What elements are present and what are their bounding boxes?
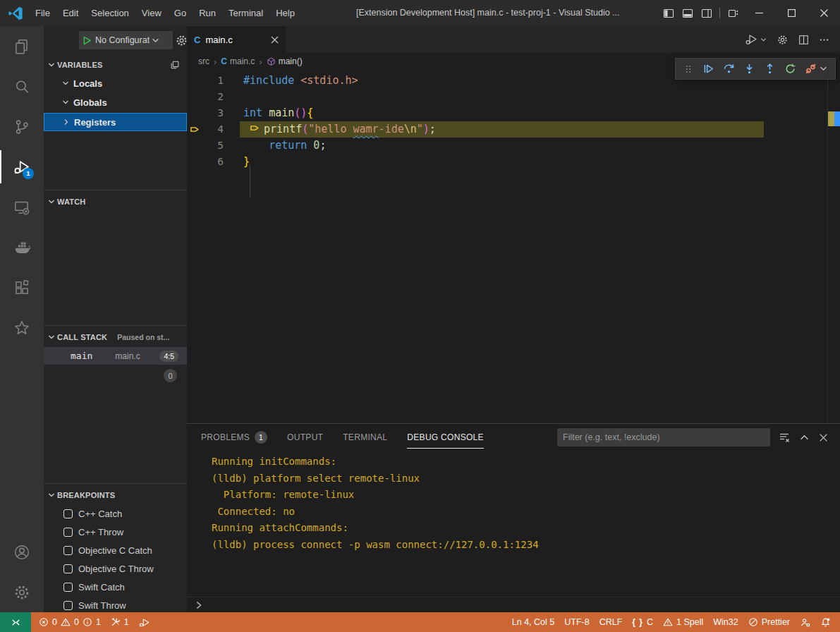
maximize-panel-icon[interactable] <box>795 433 814 442</box>
minimize-button[interactable] <box>743 0 775 26</box>
vscode-window: FileEditSelectionViewGoRunTerminalHelp [… <box>0 0 840 632</box>
menu-item[interactable]: Terminal <box>222 0 269 26</box>
code-line[interactable]: 3int main(){ <box>187 105 840 121</box>
code-line[interactable]: 6} <box>187 154 840 170</box>
breadcrumb-folder[interactable]: src <box>198 56 209 66</box>
close-panel-icon[interactable] <box>814 433 833 442</box>
spell-checker-status[interactable]: 1 Spell <box>658 612 708 632</box>
tab-problems[interactable]: PROBLEMS1 <box>201 424 267 451</box>
breakpoints-section-header[interactable]: BREAKPOINTS <box>44 488 187 502</box>
launch-config-dropdown[interactable]: No Configurat <box>79 31 173 49</box>
toggle-sidebar-icon[interactable] <box>659 0 678 26</box>
remote-indicator[interactable] <box>0 612 31 632</box>
code-line[interactable]: 5 return 0; <box>187 138 840 154</box>
watch-section-header[interactable]: WATCH <box>44 195 187 209</box>
tab-output[interactable]: OUTPUT <box>287 424 323 451</box>
breakpoint-checkbox[interactable] <box>63 528 73 537</box>
scope-registers[interactable]: Registers <box>44 113 187 131</box>
accounts-icon[interactable] <box>0 532 44 572</box>
editor-settings-gear-icon[interactable] <box>772 34 793 46</box>
stack-frame-row[interactable]: main main.c 4:5 <box>44 347 187 365</box>
menu-item[interactable]: Selection <box>85 0 135 26</box>
step-into-icon[interactable] <box>739 59 760 78</box>
scope-locals[interactable]: Locals <box>44 75 187 92</box>
run-and-debug-icon[interactable]: 1 <box>0 147 44 187</box>
menu-item[interactable]: Edit <box>56 0 85 26</box>
breakpoint-row[interactable]: Objective C Throw <box>44 559 187 578</box>
platform-label: Win32 <box>713 617 738 627</box>
collapse-all-icon[interactable] <box>170 60 180 70</box>
maximize-button[interactable] <box>775 0 808 26</box>
debug-console-input[interactable] <box>187 597 840 612</box>
extensions-icon[interactable] <box>0 267 44 308</box>
breakpoint-checkbox[interactable] <box>63 583 73 592</box>
code-area[interactable]: 1#include <stdio.h>23int main(){4 printf… <box>187 70 840 423</box>
formatter-status[interactable]: Prettier <box>743 612 795 632</box>
step-over-icon[interactable] <box>719 59 739 78</box>
breadcrumb-symbol[interactable]: main() <box>267 56 303 66</box>
menu-item[interactable]: Run <box>193 0 222 26</box>
problems-status[interactable]: 0 0 1 <box>34 612 106 632</box>
breadcrumb-file[interactable]: Cmain.c <box>221 56 255 66</box>
menu-item[interactable]: View <box>135 0 168 26</box>
feedback-icon-item[interactable] <box>795 612 815 632</box>
breakpoint-row[interactable]: Swift Catch <box>44 578 187 596</box>
toggle-secondary-sidebar-icon[interactable] <box>697 0 716 26</box>
console-prompt-chevron-icon <box>194 600 204 610</box>
explorer-icon[interactable] <box>0 26 44 66</box>
debug-settings-gear-icon[interactable] <box>175 34 187 47</box>
menu-item[interactable]: Go <box>168 0 193 26</box>
tools-status[interactable]: 1 <box>106 612 134 632</box>
breakpoint-checkbox[interactable] <box>63 509 73 518</box>
language-mode[interactable]: { }C <box>627 612 658 632</box>
close-tab-icon[interactable] <box>271 36 279 44</box>
star-icon[interactable] <box>0 308 44 348</box>
call-stack-section-header[interactable]: CALL STACK Paused on st... <box>44 330 187 344</box>
platform-target[interactable]: Win32 <box>708 612 743 632</box>
breakpoint-row[interactable]: C++ Throw <box>44 523 187 541</box>
scope-globals[interactable]: Globals <box>44 94 187 111</box>
menu-item[interactable]: Help <box>269 0 301 26</box>
breakpoint-row[interactable]: C++ Catch <box>44 504 187 523</box>
search-icon[interactable] <box>0 66 44 107</box>
split-editor-icon[interactable] <box>793 35 814 45</box>
breakpoint-checkbox[interactable] <box>63 564 73 573</box>
restart-icon[interactable] <box>780 59 801 78</box>
tab-terminal[interactable]: TERMINAL <box>343 424 387 451</box>
tab-main-c[interactable]: C main.c <box>187 26 286 53</box>
settings-gear-icon[interactable] <box>0 572 44 612</box>
customize-layout-icon[interactable] <box>724 0 743 26</box>
console-filter-input[interactable] <box>557 428 770 446</box>
code-line[interactable]: 4 printf("hello wamr-ide\n"); <box>187 121 840 138</box>
toolbar-drag-handle[interactable] <box>678 59 698 78</box>
source-control-icon[interactable] <box>0 107 44 147</box>
close-window-button[interactable] <box>808 0 840 26</box>
breakpoint-checkbox[interactable] <box>63 546 73 555</box>
run-or-debug-icon[interactable] <box>740 33 772 46</box>
debug-badge: 1 <box>23 168 34 179</box>
breadcrumb-file-label: main.c <box>230 56 255 66</box>
docker-icon[interactable] <box>0 227 44 267</box>
disconnect-icon[interactable] <box>801 59 821 78</box>
breakpoint-label: Swift Throw <box>78 600 126 611</box>
debug-toolbar-chevron-icon[interactable] <box>820 65 827 73</box>
eol-sequence[interactable]: CRLF <box>595 612 628 632</box>
continue-icon[interactable] <box>698 59 719 78</box>
debug-status-icon-item[interactable] <box>134 612 155 632</box>
remote-explorer-icon[interactable] <box>0 187 44 227</box>
notifications-bell[interactable] <box>815 612 836 632</box>
breakpoint-checkbox[interactable] <box>63 601 73 610</box>
clear-console-icon[interactable] <box>774 432 795 443</box>
tab-debug-console[interactable]: DEBUG CONSOLE <box>407 424 484 451</box>
start-debug-icon[interactable] <box>83 36 92 45</box>
variables-section-header[interactable]: VARIABLES <box>44 58 187 72</box>
encoding[interactable]: UTF-8 <box>559 612 594 632</box>
breakpoint-row[interactable]: Swift Throw <box>44 596 187 612</box>
step-out-icon[interactable] <box>760 59 780 78</box>
breakpoint-row[interactable]: Objective C Catch <box>44 541 187 559</box>
menu-item[interactable]: File <box>29 0 56 26</box>
cursor-position[interactable]: Ln 4, Col 5 <box>507 612 559 632</box>
toggle-panel-icon[interactable] <box>678 0 697 26</box>
more-actions-icon[interactable] <box>814 35 834 45</box>
code-line[interactable]: 2 <box>187 89 840 105</box>
